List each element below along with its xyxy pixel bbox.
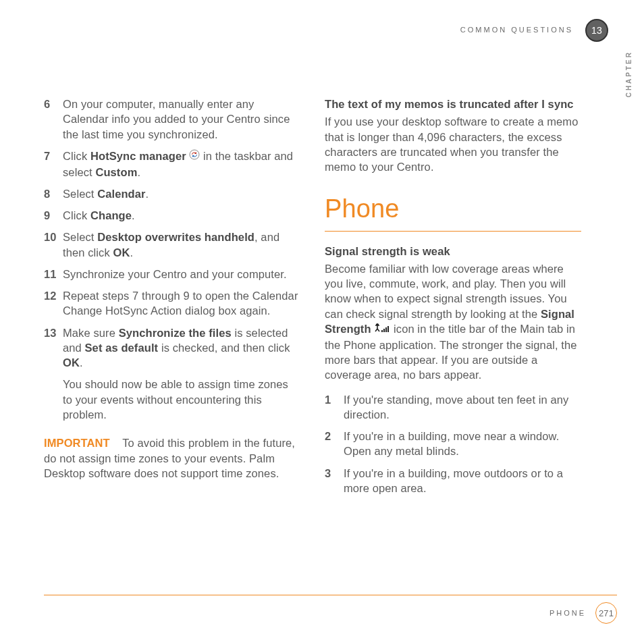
section-title: Phone — [325, 192, 581, 226]
step-item: 10 Select Desktop overwrites handheld, a… — [44, 230, 300, 260]
content-columns: 6 On your computer, manually enter any C… — [44, 97, 620, 502]
step-bold: Change — [90, 209, 132, 221]
step-body: On your computer, manually enter any Cal… — [63, 97, 300, 142]
footer-section-label: PHONE — [549, 609, 586, 617]
step-number: 3 — [325, 466, 344, 496]
svg-point-0 — [190, 150, 199, 159]
step-bold: Set as default — [85, 342, 159, 354]
step-item: 6 On your computer, manually enter any C… — [44, 97, 300, 142]
subheading: The text of my memos is truncated after … — [325, 97, 581, 111]
step-body: Click HotSync manager in the taskbar and… — [63, 149, 300, 180]
step-text: . — [80, 356, 83, 369]
step-item: 7 Click HotSync manager in the taskbar a… — [44, 149, 300, 180]
step-item: 12 Repeat steps 7 through 9 to open the … — [44, 288, 300, 319]
paragraph: Become familiar with low coverage areas … — [325, 261, 581, 383]
page-header: COMMON QUESTIONS 13 — [44, 7, 620, 46]
paragraph: If you use your desktop software to crea… — [325, 114, 581, 174]
signal-strength-icon — [374, 321, 390, 336]
step-text: Synchronize your Centro and your compute… — [63, 268, 287, 280]
step-text: Repeat steps 7 through 9 to open the Cal… — [63, 290, 298, 317]
section-divider — [325, 231, 581, 232]
step-body: If you're standing, move about ten feet … — [344, 392, 581, 423]
step-bold: Desktop overwrites handheld — [97, 231, 254, 243]
step-body: Make sure Synchronize the files is selec… — [63, 325, 300, 371]
step-number: 11 — [44, 267, 63, 281]
svg-rect-2 — [383, 329, 385, 332]
step-text: . — [137, 166, 140, 178]
step-number: 1 — [325, 392, 344, 423]
page-footer: PHONE 271 — [0, 595, 644, 624]
step-item: 11 Synchronize your Centro and your comp… — [44, 267, 300, 281]
step-text: On your computer, manually enter any Cal… — [63, 98, 290, 140]
step-text: Click — [63, 209, 90, 221]
step-number: 13 — [44, 325, 63, 371]
right-column: The text of my memos is truncated after … — [325, 97, 581, 502]
step-body: Select Desktop overwrites handheld, and … — [63, 230, 300, 260]
step-text: Make sure — [63, 327, 119, 339]
subheading: Signal strength is weak — [325, 244, 581, 259]
svg-rect-1 — [381, 330, 383, 332]
svg-rect-4 — [387, 326, 389, 332]
step-item: 3 If you're in a building, move outdoors… — [325, 466, 581, 496]
step-text: Select — [63, 231, 97, 243]
step-number: 12 — [44, 288, 63, 319]
step-bold: Synchronize the files — [119, 327, 232, 339]
step-text: . — [132, 209, 135, 221]
step-text: Click — [63, 150, 90, 162]
step-body: Click Change. — [63, 208, 300, 223]
chapter-number-badge: 13 — [585, 19, 608, 42]
step-item: 2 If you're in a building, move near a w… — [325, 429, 581, 459]
step-number: 10 — [44, 230, 63, 260]
step-item: 9 Click Change. — [44, 208, 300, 223]
step-item: 13 Make sure Synchronize the files is se… — [44, 325, 300, 371]
step-number: 7 — [44, 149, 63, 180]
step-bold: HotSync manager — [90, 150, 186, 162]
step-body: If you're in a building, move near a win… — [344, 429, 581, 459]
step-number: 8 — [44, 186, 63, 201]
step-item: 8 Select Calendar. — [44, 186, 300, 201]
step-text: Select — [63, 188, 97, 200]
footer-divider — [44, 595, 617, 595]
hotsync-icon — [189, 149, 200, 163]
step-number: 9 — [44, 208, 63, 223]
document-page: COMMON QUESTIONS 13 CHAPTER 6 On your co… — [0, 0, 644, 644]
step-bold: OK — [113, 246, 130, 259]
step-text: is checked, and then click — [158, 342, 290, 354]
important-note: IMPORTANT To avoid this problem in the f… — [44, 435, 300, 481]
step-body: If you're in a building, move outdoors o… — [344, 466, 581, 496]
step-number: 2 — [325, 429, 344, 459]
page-number: 271 — [595, 602, 617, 624]
step-item: 1 If you're standing, move about ten fee… — [325, 392, 581, 423]
svg-rect-3 — [385, 327, 387, 332]
chapter-side-label: CHAPTER — [625, 51, 633, 97]
step-bold: OK — [63, 356, 80, 369]
step-followup: You should now be able to assign time zo… — [63, 377, 300, 422]
step-text: . — [146, 188, 149, 200]
footer-row: PHONE 271 — [44, 602, 617, 624]
paragraph-text: Become familiar with low coverage areas … — [325, 263, 567, 320]
step-body: Select Calendar. — [63, 186, 300, 201]
step-number: 6 — [44, 97, 63, 142]
step-body: Synchronize your Centro and your compute… — [63, 267, 300, 281]
step-text: . — [130, 246, 133, 259]
step-body: Repeat steps 7 through 9 to open the Cal… — [63, 288, 300, 319]
left-column: 6 On your computer, manually enter any C… — [44, 97, 300, 502]
step-bold: Calendar — [97, 188, 145, 200]
running-head: COMMON QUESTIONS — [460, 26, 573, 34]
important-label: IMPORTANT — [44, 437, 110, 449]
step-bold: Custom — [95, 166, 137, 178]
